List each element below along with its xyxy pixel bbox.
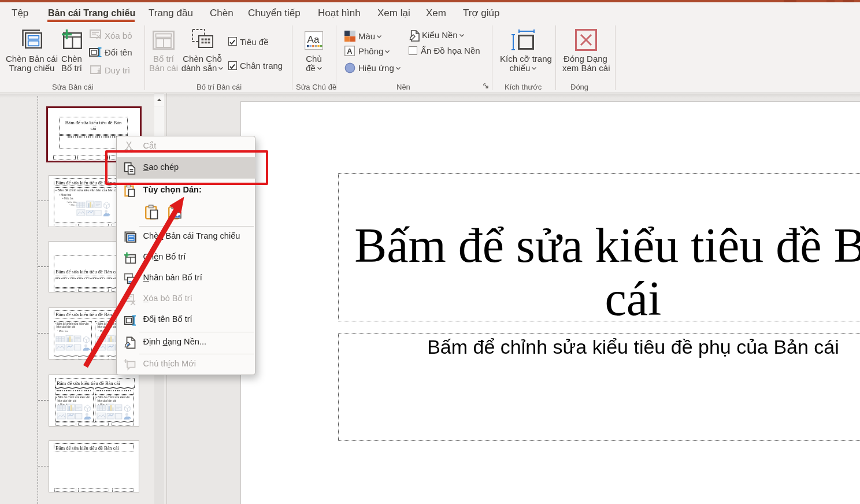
svg-text:Aa: Aa	[307, 34, 320, 45]
svg-text:A: A	[347, 46, 353, 55]
